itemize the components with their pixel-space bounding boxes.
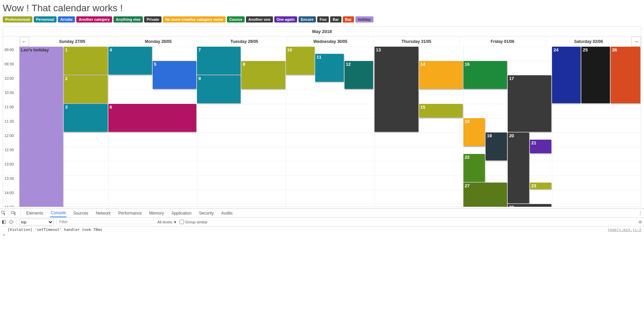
day-header: Friday 01/06 [459, 36, 546, 47]
calendar-event[interactable]: 22 [463, 154, 485, 182]
time-label: 11:00 [3, 104, 19, 118]
console-log-line[interactable]: [Violation] 'setTimeout' handler took 78… [0, 227, 644, 232]
calendar-event[interactable]: 1 [64, 47, 107, 75]
calendar-event[interactable]: 28 [508, 204, 551, 207]
day-header: Thursday 31/05 [373, 36, 459, 47]
devtools-menu-icon[interactable]: ⋮ [638, 211, 643, 216]
devtools-tab[interactable]: Elements [26, 209, 44, 217]
category-badge[interactable]: Course [227, 16, 245, 22]
devtools-tab[interactable]: Console [50, 209, 66, 217]
calendar-event[interactable]: 17 [508, 75, 551, 132]
day-header: Tuesday 29/05 [201, 36, 287, 47]
category-badge[interactable]: Encore [298, 16, 316, 22]
category-badge[interactable]: holiday [355, 16, 373, 22]
calendar-event[interactable]: 4 [108, 47, 152, 75]
console-body: [Violation] 'setTimeout' handler took 78… [0, 226, 644, 238]
calendar-event[interactable]: 7 [197, 47, 241, 75]
time-label: 09:30 [3, 61, 19, 75]
devtools-tab[interactable]: Performance [118, 209, 142, 217]
svg-rect-2 [14, 213, 15, 215]
calendar-event[interactable]: Leo's holiday [19, 47, 63, 207]
category-badge[interactable]: Bar [330, 16, 341, 22]
calendar-grid: 09:0009:3010:0010:3011:0011:3012:0012:30… [3, 47, 641, 207]
calendar: May 2018 ← Sunday 27/05Monday 28/05Tuesd… [3, 27, 641, 207]
category-badge[interactable]: Professionnal [3, 16, 32, 22]
calendar-event[interactable]: 11 [315, 54, 344, 82]
devtools-tab[interactable]: Audits [220, 209, 233, 217]
time-label: 12:30 [3, 147, 19, 161]
devtools-tab[interactable]: Application [171, 209, 192, 217]
next-week-button[interactable]: → [631, 37, 641, 46]
calendar-event[interactable]: 2 [64, 75, 107, 103]
calendar-event[interactable]: 19 [486, 132, 507, 160]
calendar-event[interactable]: 18 [463, 118, 485, 146]
svg-point-7 [640, 221, 641, 223]
calendar-event[interactable]: 15 [419, 104, 463, 117]
log-source-link[interactable]: jquery.min.js:2 [608, 227, 641, 232]
clear-console-icon[interactable] [9, 220, 14, 224]
device-toggle-icon[interactable] [11, 211, 16, 216]
category-badge[interactable]: Foo [317, 16, 329, 22]
log-levels-dropdown[interactable]: All levels ▼ [157, 220, 177, 224]
svg-rect-4 [4, 220, 5, 224]
category-badge[interactable]: Another one [246, 16, 273, 22]
devtools-panel: ElementsConsoleSourcesNetworkPerformance… [0, 208, 644, 238]
calendar-event[interactable]: 16 [463, 61, 507, 89]
category-badge[interactable]: Private [144, 16, 162, 22]
inspect-icon[interactable] [1, 211, 6, 216]
log-message: [Violation] 'setTimeout' handler took 78… [7, 227, 102, 232]
devtools-tab[interactable]: Security [198, 209, 214, 217]
day-header: Wednesday 30/05 [287, 36, 373, 47]
calendar-event[interactable]: 13 [374, 47, 418, 132]
calendar-event[interactable]: 21 [530, 140, 551, 153]
calendar-event[interactable]: 6 [108, 104, 197, 132]
calendar-event[interactable]: 26 [611, 47, 640, 103]
devtools-tab[interactable]: Network [95, 209, 111, 217]
category-badge[interactable]: Arrobe [58, 16, 75, 22]
calendar-event[interactable]: 9 [197, 75, 241, 103]
filter-input[interactable] [59, 220, 155, 224]
devtools-tabs: ElementsConsoleSourcesNetworkPerformance… [0, 209, 644, 218]
category-badge[interactable]: Baz [343, 16, 354, 22]
time-label: 09:00 [3, 47, 19, 61]
day-header: Monday 28/05 [115, 36, 201, 47]
time-label: 14:00 [3, 190, 19, 204]
calendar-event[interactable]: 23 [530, 183, 551, 189]
time-label: 12:00 [3, 132, 19, 147]
calendar-event[interactable]: 14 [419, 61, 463, 89]
calendar-event[interactable]: 5 [153, 61, 196, 89]
time-label: 10:30 [3, 90, 19, 104]
devtools-tab[interactable]: Sources [73, 209, 89, 217]
calendar-event[interactable]: 8 [241, 61, 285, 89]
calendar-event[interactable]: 3 [64, 104, 107, 132]
prev-week-button[interactable]: ← [20, 37, 29, 46]
console-settings-icon[interactable] [638, 220, 643, 224]
svg-line-6 [10, 221, 12, 223]
category-badge[interactable]: No more creative category name [163, 16, 226, 22]
category-badge[interactable]: Personnal [34, 16, 57, 22]
category-list: ProfessionnalPersonnalArrobeAnother cate… [3, 16, 641, 22]
time-column: 09:0009:3010:0010:3011:0011:3012:0012:30… [3, 47, 19, 207]
day-header: Sunday 27/05 [29, 36, 115, 47]
day-header: Saturday 02/06 [545, 36, 631, 47]
calendar-event[interactable]: 10 [286, 47, 315, 75]
calendar-event[interactable]: 25 [581, 47, 610, 103]
svg-rect-3 [2, 220, 3, 224]
time-label: 11:30 [3, 118, 19, 132]
devtools-tab[interactable]: Memory [149, 209, 165, 217]
category-badge[interactable]: Another category [76, 16, 112, 22]
calendar-event[interactable]: 27 [463, 183, 507, 207]
category-badge[interactable]: One again [274, 16, 297, 22]
group-similar-checkbox[interactable]: Group similar [180, 220, 207, 224]
console-prompt[interactable]: > [0, 232, 644, 237]
calendar-event[interactable]: 24 [552, 47, 581, 103]
calendar-event[interactable]: 12 [344, 61, 373, 89]
time-label: 13:00 [3, 161, 19, 175]
page-title: Wow ! That calendar works ! [3, 3, 641, 14]
calendar-event[interactable]: 20 [508, 132, 529, 203]
devtools-filter-row: top All levels ▼ Group similar [0, 218, 644, 226]
context-select[interactable]: top [19, 219, 53, 225]
category-badge[interactable]: Anything else [113, 16, 143, 22]
time-label: 14:30 [3, 204, 19, 207]
toggle-console-icon[interactable] [1, 220, 6, 224]
